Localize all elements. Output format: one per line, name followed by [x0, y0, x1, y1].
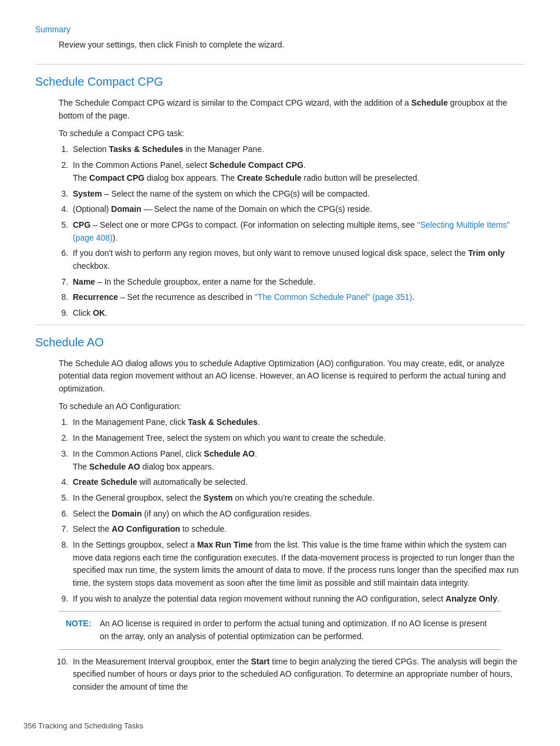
schedule-ao-task-intro: To schedule an AO Configuration: [59, 400, 525, 413]
list-item: Name – In the Schedule groupbox, enter a… [70, 276, 525, 289]
schedule-ao-section: Schedule AO The Schedule AO dialog allow… [35, 325, 525, 694]
note-label: NOTE: [66, 617, 94, 643]
list-item: In the Settings groupbox, select a Max R… [70, 539, 525, 590]
list-item: Create Schedule will automatically be se… [70, 476, 525, 489]
schedule-compact-cpg-task-intro: To schedule a Compact CPG task: [59, 127, 525, 140]
list-item: CPG – Select one or more CPGs to compact… [70, 219, 525, 244]
schedule-ao-step10-list: In the Measurement Interval groupbox, en… [70, 656, 525, 694]
list-item: In the Common Actions Panel, select Sche… [70, 159, 525, 184]
list-item: In the General groupbox, select the Syst… [70, 492, 525, 505]
list-item: In the Common Actions Panel, click Sched… [70, 448, 525, 473]
schedule-ao-intro: The Schedule AO dialog allows you to sch… [59, 357, 525, 396]
schedule-ao-steps: In the Management Pane, click Task & Sch… [70, 416, 525, 605]
list-item: In the Measurement Interval groupbox, en… [70, 656, 525, 694]
list-item: If you wish to analyze the potential dat… [70, 593, 525, 606]
list-item: If you don't wish to perform any region … [70, 247, 525, 272]
list-item: In the Management Tree, select the syste… [70, 432, 525, 445]
schedule-compact-cpg-title: Schedule Compact CPG [35, 64, 525, 91]
note-box: NOTE: An AO license is required in order… [59, 611, 501, 649]
common-schedule-panel-link[interactable]: "The Common Schedule Panel" (page 351) [255, 292, 412, 302]
summary-text: Review your settings, then click Finish … [59, 39, 525, 52]
list-item: Click OK. [70, 307, 525, 320]
list-item: In the Management Pane, click Task & Sch… [70, 416, 525, 429]
schedule-compact-cpg-steps: Selection Tasks & Schedules in the Manag… [70, 143, 525, 319]
list-item: Select the Domain (if any) on which the … [70, 508, 525, 521]
schedule-ao-title: Schedule AO [35, 325, 525, 352]
note-content: An AO license is required in order to pe… [100, 617, 494, 643]
page-footer: 356 Tracking and Scheduling Tasks [23, 720, 143, 722]
selecting-multiple-items-link[interactable]: "Selecting Multiple Items" (page 408) [73, 220, 510, 242]
list-item: Select the AO Configuration to schedule. [70, 523, 525, 536]
list-item: (Optional) Domain — Select the name of t… [70, 203, 525, 216]
list-item: Recurrence – Set the recurrence as descr… [70, 291, 525, 304]
schedule-compact-cpg-section: Schedule Compact CPG The Schedule Compac… [35, 64, 525, 319]
summary-section: Summary Review your settings, then click… [35, 23, 525, 51]
list-item: Selection Tasks & Schedules in the Manag… [70, 143, 525, 156]
schedule-compact-cpg-intro: The Schedule Compact CPG wizard is simil… [59, 97, 525, 122]
summary-label: Summary [35, 23, 525, 36]
list-item: System – Select the name of the system o… [70, 188, 525, 201]
